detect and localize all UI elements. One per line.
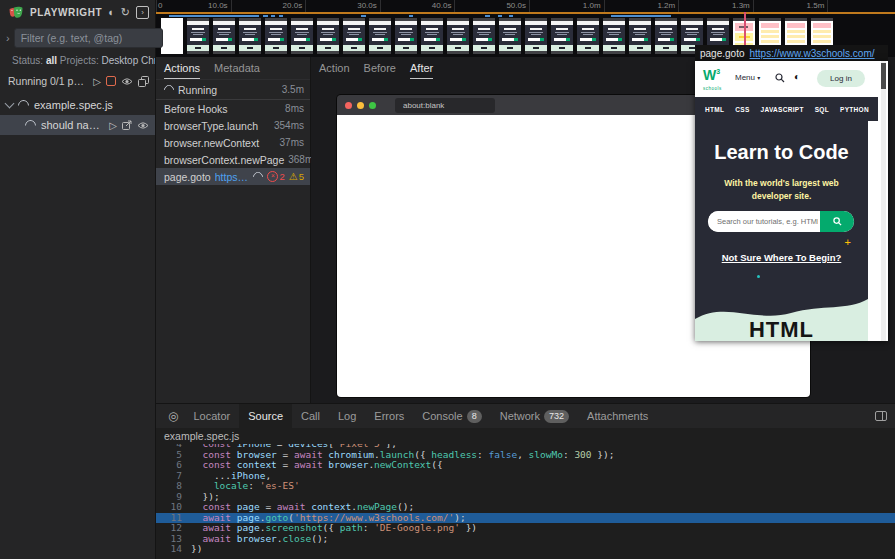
film-strip-thumbnail[interactable] [291,18,313,54]
w3-begin-link[interactable]: Not Sure Where To Begin? [695,252,868,263]
w3-search-button[interactable] [820,211,854,232]
bottom-tab-source[interactable]: Source [239,404,292,428]
run-all-icon[interactable]: ▷ [93,76,101,87]
film-strip-thumbnail[interactable] [239,18,261,54]
w3-scrollbar-thumb[interactable] [881,63,886,89]
bottom-tab-console[interactable]: Console8 [413,404,490,428]
w3-nav-item-sql[interactable]: SQL [815,106,829,113]
film-strip-thumbnail[interactable] [629,18,651,54]
film-strip-thumbnail[interactable] [525,18,547,54]
timeline-ruler[interactable]: 010.0s20.0s30.0s40.0s50.0s1.0m1.2m1.3m1.… [156,0,895,12]
filter-expand-icon[interactable]: › [6,32,10,44]
w3-darkmode-icon[interactable]: ◐ [794,71,800,82]
source-file-name: example.spec.js [156,428,895,444]
action-item-page-goto[interactable]: page.gotohttps://ww...×2⚠5 [156,168,310,185]
film-strip-thumbnail[interactable] [317,18,339,54]
film-strip-thumbnail[interactable] [369,18,391,54]
film-strip-thumbnail[interactable] [395,18,417,54]
w3-nav-item-css[interactable]: CSS [735,106,749,113]
film-strip-thumbnail[interactable] [447,18,469,54]
source-code[interactable]: 4 const iPhone = devices['Pixel 5'];5 co… [156,444,895,559]
playwright-logo-icon [8,4,24,20]
tree-file-row[interactable]: example.spec.js [0,95,155,115]
film-strip-thumbnail[interactable] [213,18,235,54]
tree-test-row[interactable]: should navigate ... ▷ [0,115,155,135]
status-label: Status: [12,55,43,66]
line-number: 14 [156,544,191,555]
w3-hero-subtitle: With the world's largest web [695,178,868,188]
film-strip-thumbnail[interactable] [265,18,287,54]
toggle-sidebar-icon[interactable] [875,410,887,422]
line-number: 6 [156,460,191,471]
w3-hero-title: Learn to Code [695,141,868,164]
tab-before[interactable]: Before [364,57,396,79]
filter-row: › [6,28,149,48]
w3-nav-item-javascript[interactable]: JAVASCRIPT [761,106,804,113]
theme-toggle-icon[interactable]: ◐ [108,7,115,18]
w3schools-logo[interactable]: W3schools [703,65,722,95]
action-item-browsertype-launch[interactable]: browserType.launch354ms [156,117,310,134]
film-strip-thumbnail[interactable] [603,18,625,54]
film-strip-thumbnail[interactable] [473,18,495,54]
action-url-link[interactable]: https://www.w3schools.com/ [750,48,875,59]
tab-metadata[interactable]: Metadata [214,57,260,79]
film-strip-thumbnail[interactable] [421,18,443,54]
code-line: 14}) [156,544,895,555]
run-summary: Running 0/1 passed (... [8,75,88,87]
bottom-tab-log[interactable]: Log [329,404,365,428]
timeline-action-mark [509,15,513,17]
tab-actions[interactable]: Actions [164,57,200,79]
film-strip-thumbnail[interactable] [655,18,677,54]
status-value[interactable]: all [46,55,57,66]
action-duration: 3.5m [282,84,304,95]
filter-input[interactable] [14,28,163,48]
open-panel-icon[interactable]: › [136,6,149,19]
bottom-tab-network[interactable]: Network732 [491,404,578,428]
film-strip-thumbnail[interactable] [187,18,209,54]
w3-search-input[interactable] [708,211,820,232]
w3-header: W3schools Menu ▾ ◐ Log in [695,61,888,97]
bottom-tab-errors[interactable]: Errors [365,404,413,428]
w3-nav-item-html[interactable]: HTML [705,106,724,113]
w3-menu-button[interactable]: Menu ▾ [735,73,760,82]
film-strip-thumbnail[interactable] [161,18,183,54]
timeline-action-mark [271,15,275,17]
run-test-icon[interactable]: ▷ [109,120,117,131]
tab-action[interactable]: Action [319,57,350,79]
line-number: 8 [156,481,191,492]
projects-value[interactable]: Desktop Chro... [102,55,155,66]
timeline-tick-label: 0 [156,1,162,10]
collapse-all-icon[interactable] [138,76,149,87]
action-item-browsercontext-newpage[interactable]: browserContext.newPage368ms [156,151,310,168]
timeline-tick-label: 10.0s [208,1,231,10]
film-strip-thumbnail[interactable] [577,18,599,54]
w3-search-icon[interactable] [775,73,785,83]
timeline-tick-line [604,0,605,12]
film-strip-thumbnail[interactable] [499,18,521,54]
action-item-running[interactable]: Running3.5m [156,80,310,100]
w3-nav-bar: HTMLCSSJAVASCRIPTSQLPYTHON [695,97,878,121]
pick-locator-icon[interactable]: ◎ [162,404,184,428]
action-item-before-hooks[interactable]: Before Hooks8ms [156,100,310,117]
film-strip-thumbnail[interactable] [343,18,365,54]
tree-test-name: should navigate ... [41,119,104,131]
w3-nav-item-python[interactable]: PYTHON [840,106,869,113]
watch-all-icon[interactable] [121,77,133,86]
bottom-tab-call[interactable]: Call [292,404,329,428]
film-strip-thumbnail[interactable] [551,18,573,54]
timeline-tick-line [231,0,232,12]
w3-login-button[interactable]: Log in [817,70,865,87]
reload-icon[interactable]: ↻ [121,7,130,18]
tab-after[interactable]: After [410,57,433,79]
bottom-tab-attachments[interactable]: Attachments [578,404,657,428]
stop-icon[interactable] [106,76,116,86]
tab-label: Network [500,410,540,422]
run-summary-row: Running 0/1 passed (... ▷ [0,66,155,87]
open-source-icon[interactable] [122,120,132,130]
action-item-browser-newcontext[interactable]: browser.newContext37ms [156,134,310,151]
watch-test-icon[interactable] [137,121,149,130]
browser-tab: about:blank [395,98,495,113]
timeline-tick-label: 1.2m [657,1,678,10]
bottom-tab-locator[interactable]: Locator [184,404,239,428]
action-url[interactable]: https://ww... [215,171,250,183]
